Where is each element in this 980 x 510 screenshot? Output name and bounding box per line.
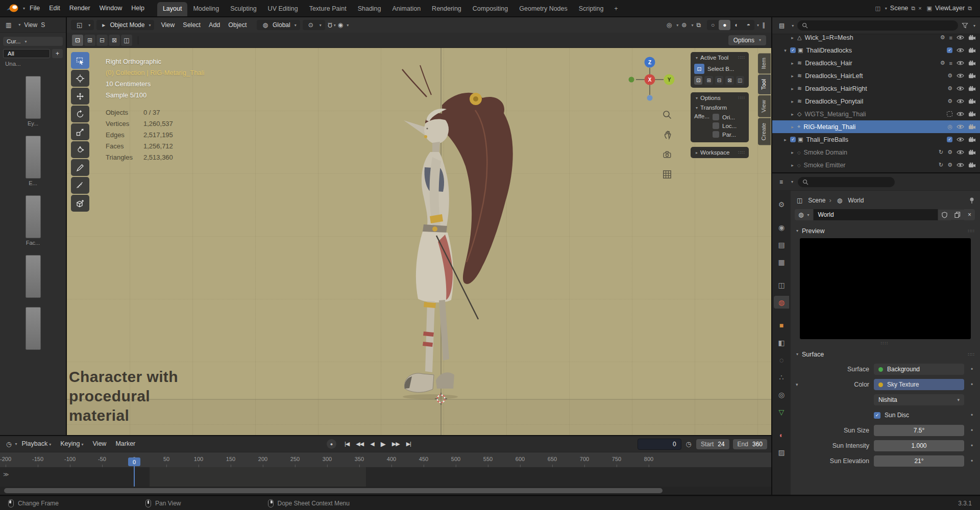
outliner-row-dreadlocks-hair[interactable]: ▸≋Dreadlocks_Hair⚙≡ [772,57,980,69]
viewport-menu-object[interactable]: Object [224,17,251,33]
tool-select-box[interactable] [71,52,89,69]
jump-start-button[interactable]: |◀ [345,441,349,447]
properties-tab-particles[interactable]: ∴ [774,371,789,384]
expand-caret[interactable]: ▸ [790,150,795,155]
camera-icon[interactable] [968,149,976,155]
animate-dot[interactable]: • [969,442,975,449]
checkbox-unchecked[interactable] [713,122,719,129]
unlink-scene-icon[interactable]: × [918,5,921,11]
camera-icon[interactable] [968,111,976,117]
eye-icon[interactable] [957,111,964,117]
eye-icon[interactable] [957,60,964,66]
sun-intensity-field[interactable]: 1.000 [874,440,964,451]
properties-tab-constraints[interactable]: ◎ [774,388,789,401]
editor-type-icon[interactable]: ◷ [4,441,13,448]
select-mode-invert[interactable]: ⊠ [725,76,733,85]
gizmo-minus-y-axis[interactable] [629,77,634,83]
viewport-menu-add[interactable]: Add [205,17,224,33]
select-mode-extend[interactable]: ⊞ [704,76,713,85]
preview-thumbnail[interactable] [26,255,41,298]
camera-icon[interactable] [968,35,976,40]
eye-icon[interactable] [957,47,964,53]
unassigned-label[interactable]: Una... [5,61,61,67]
world-name-field[interactable]: World [813,209,938,220]
eye-icon[interactable] [957,149,964,155]
mod-icon[interactable]: ⚙ [940,34,945,41]
menu-window[interactable]: Window [95,0,127,16]
timeline-ruler[interactable]: -200-150-100-500501001502002503003504004… [0,452,771,467]
preview-thumbnail[interactable] [26,307,41,350]
current-frame-field[interactable]: 0 [638,439,681,450]
outliner-row-thali-fireballs[interactable]: ▸✓▣Thali_FireBalls✓ [772,133,980,146]
properties-tab-modifiers[interactable]: ◧ [774,336,789,349]
character-model[interactable] [402,65,513,392]
tool-scale[interactable] [71,123,89,140]
timeline-menu-marker[interactable]: Marker [111,436,140,452]
outliner-row-dreadlocks-ponytail[interactable]: ▸≋Dreadlocks_Ponytail⚙ [772,95,980,108]
wrench-icon[interactable]: ⚙ [947,98,952,105]
fake-user-button[interactable] [938,210,951,220]
properties-tab-view-layer[interactable]: ▦ [774,256,789,268]
play-button[interactable]: ▶ [381,440,385,448]
sidebar-tab-create[interactable]: Create [758,118,771,145]
add-button[interactable]: + [52,49,63,58]
shading-wireframe-button[interactable]: ○ [707,20,719,30]
select-mode-extend[interactable]: ⊞ [84,35,95,46]
auto-keying-button[interactable]: ● [327,439,336,449]
workspace-tab-scripting[interactable]: Scripting [573,2,609,16]
filter-icon[interactable] [962,22,968,29]
person-icon[interactable]: ◎ [947,123,952,130]
select-mode-subtract[interactable]: ⊟ [715,76,723,85]
drag-handle-icon[interactable]: ∷∷ [795,341,975,346]
workspace-tab-compositing[interactable]: Compositing [467,2,513,16]
tool-rotate[interactable] [71,106,89,122]
properties-search-input[interactable] [798,177,895,187]
snap-magnet-icon[interactable]: Ω [328,21,332,29]
sky-texture-button[interactable]: Sky Texture [874,379,964,390]
scrollbar-thumb[interactable] [4,488,663,493]
eye-icon[interactable] [957,86,964,91]
shading-material-button[interactable]: ◐ [730,20,742,30]
workspace-tab-geometry-nodes[interactable]: Geometry Nodes [513,2,573,16]
jump-end-button[interactable]: ▶| [406,441,411,447]
viewport-menu-select[interactable]: Select [179,17,205,33]
sidebar-tab-item[interactable]: Item [758,53,771,73]
dope-sheet-area[interactable]: ≫ [0,467,771,487]
viewlayer-checkbox[interactable]: ✓ [947,47,952,53]
sun-disc-checkbox[interactable]: ✓Sun Disc [874,412,909,419]
workspace-tab-uv-editing[interactable]: UV Editing [262,2,304,16]
browse-world-button[interactable]: ◍ ▾ [795,209,813,220]
next-keyframe-button[interactable]: ▶▶ [392,441,400,447]
transform-orientation-dropdown[interactable]: ◍ Global ▾ [257,20,300,30]
wrench-icon[interactable]: ⚙ [947,72,952,79]
camera-icon[interactable] [968,124,976,130]
eye-icon[interactable] [957,73,964,79]
new-scene-icon[interactable]: ⧉ [911,5,915,12]
data-icon[interactable]: ≡ [949,35,952,41]
properties-tab-material[interactable]: ◐ [774,428,789,441]
workspace-tab-layout[interactable]: Layout [157,2,188,16]
expand-caret[interactable]: ▸ [790,112,795,117]
camera-icon[interactable] [968,137,976,142]
outliner-row-thalidreadlocks[interactable]: ▾✓▣ThaliDreadlocks✓ [772,44,980,57]
nishita-dropdown[interactable]: Nishita▾ [874,394,964,405]
breadcrumb-world[interactable]: World [848,197,864,204]
camera-icon[interactable] [968,60,976,66]
animate-dot[interactable]: • [969,427,975,434]
navigation-gizmo[interactable]: Z Y X [625,55,676,104]
menu-render[interactable]: Render [65,0,95,16]
tool-transform[interactable] [71,141,89,158]
sun-elevation-field[interactable]: 21° [874,455,964,467]
preview-thumbnail[interactable] [26,136,41,178]
new-view-layer-icon[interactable]: ⧉ [968,5,972,12]
expand-caret[interactable]: ▸ [790,61,795,66]
properties-tab-world[interactable]: ◍ [774,296,789,309]
properties-tab-output[interactable]: ▤ [774,238,789,251]
camera-icon[interactable] [968,162,976,168]
camera-view-button[interactable] [660,148,674,161]
toggle-grid-button[interactable] [660,168,674,181]
viewport-canvas[interactable]: Right Orthographic (0) Collection | RIG-… [67,48,771,435]
sun-size-field[interactable]: 7.5° [874,425,964,436]
outliner-row-wick-1-r-mesh[interactable]: ▸△Wick_1=R=Mesh⚙≡ [772,31,980,44]
camera-icon[interactable] [968,86,976,91]
